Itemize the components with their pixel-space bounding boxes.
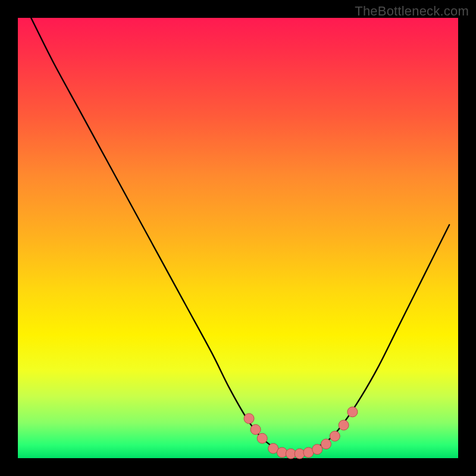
curve-marker bbox=[347, 407, 358, 417]
watermark-text: TheBottleneck.com bbox=[355, 4, 469, 19]
curve-marker bbox=[330, 431, 340, 441]
curve-marker bbox=[244, 414, 254, 424]
curve-marker bbox=[257, 433, 267, 443]
bottleneck-curve-path bbox=[31, 18, 449, 454]
chart-frame: TheBottleneck.com bbox=[0, 0, 476, 476]
bottleneck-curve-svg bbox=[18, 18, 458, 458]
curve-marker bbox=[321, 439, 331, 449]
curve-marker bbox=[339, 420, 349, 430]
plot-area bbox=[18, 18, 458, 458]
curve-marker bbox=[295, 449, 305, 459]
curve-marker bbox=[277, 447, 287, 458]
curve-marker bbox=[250, 424, 261, 434]
marker-group bbox=[244, 407, 358, 459]
curve-marker bbox=[312, 444, 322, 455]
